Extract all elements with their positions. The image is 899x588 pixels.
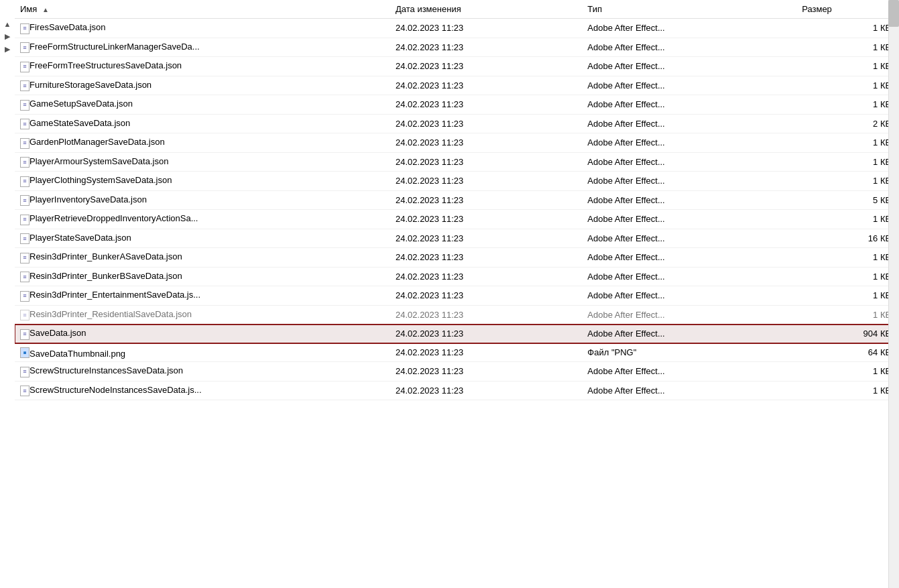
table-row[interactable]: ≡PlayerArmourSystemSaveData.json24.02.20… [15, 152, 899, 172]
json-file-icon: ≡ [20, 119, 29, 129]
file-name-cell: ≡PlayerInventorySaveData.json [15, 190, 390, 210]
json-file-icon: ≡ [20, 291, 29, 302]
file-size-cell: 1 КБ [796, 381, 899, 400]
file-name-cell: ≡PlayerRetrieveDroppedInventoryActionSa.… [15, 210, 390, 229]
file-date-cell: 24.02.2023 11:23 [390, 381, 582, 400]
file-name-text: PlayerStateSaveData.json [29, 233, 131, 243]
file-name-cell: ≡Resin3dPrinter_EntertainmentSaveData.js… [15, 286, 390, 306]
file-date-cell: 24.02.2023 11:23 [390, 229, 582, 248]
sort-arrow-name: ▲ [42, 6, 49, 13]
column-header-size[interactable]: Размер [796, 0, 899, 19]
scroll-right-arrow-1[interactable]: ▶ [5, 32, 10, 41]
table-container: Имя ▲ Дата изменения Тип Размер ≡FiresSa… [15, 0, 899, 588]
file-name-cell: ≡Resin3dPrinter_ResidentialSaveData.json [15, 305, 390, 325]
table-row[interactable]: ≡PlayerClothingSystemSaveData.json24.02.… [15, 172, 899, 191]
table-row[interactable]: ≡FreeFormStructureLinkerManagerSaveDa...… [15, 38, 899, 57]
file-table: Имя ▲ Дата изменения Тип Размер ≡FiresSa… [15, 0, 899, 400]
column-header-date[interactable]: Дата изменения [390, 0, 582, 19]
table-row[interactable]: ≡GameSetupSaveData.json24.02.2023 11:23A… [15, 95, 899, 115]
file-name-text: PlayerInventorySaveData.json [29, 194, 147, 204]
table-row[interactable]: ≡FreeFormTreeStructuresSaveData.json24.0… [15, 57, 899, 76]
json-file-icon: ≡ [20, 367, 29, 377]
file-name-text: FiresSaveData.json [29, 22, 105, 32]
table-row[interactable]: ≡Resin3dPrinter_ResidentialSaveData.json… [15, 305, 899, 325]
json-file-icon: ≡ [20, 253, 29, 263]
file-type-cell: Adobe After Effect... [582, 133, 796, 153]
file-size-cell: 1 КБ [796, 38, 899, 57]
file-name-text: PlayerClothingSystemSaveData.json [29, 175, 172, 185]
json-file-icon: ≡ [20, 329, 29, 340]
file-name-text: GameSetupSaveData.json [29, 99, 133, 109]
vertical-scrollbar[interactable] [888, 0, 899, 588]
file-name-cell: ≡PlayerClothingSystemSaveData.json [15, 172, 390, 191]
file-name-cell: ≡GameSetupSaveData.json [15, 95, 390, 115]
scroll-right-arrow-2[interactable]: ▶ [5, 45, 10, 54]
file-name-text: ScrewStructureNodeInstancesSaveData.js..… [29, 385, 202, 395]
file-name-text: PlayerRetrieveDroppedInventoryActionSa..… [29, 213, 198, 223]
json-file-icon: ≡ [20, 100, 29, 111]
json-file-icon: ≡ [20, 62, 29, 72]
file-name-cell: ≡FreeFormTreeStructuresSaveData.json [15, 57, 390, 76]
file-type-cell: Adobe After Effect... [582, 152, 796, 172]
file-date-cell: 24.02.2023 11:23 [390, 38, 582, 57]
file-type-cell: Adobe After Effect... [582, 57, 796, 76]
table-row[interactable]: ≡FurnitureStorageSaveData.json24.02.2023… [15, 76, 899, 95]
file-size-cell: 1 КБ [796, 57, 899, 76]
file-type-cell: Adobe After Effect... [582, 305, 796, 325]
file-size-cell: 16 КБ [796, 229, 899, 248]
file-type-cell: Adobe After Effect... [582, 114, 796, 133]
json-file-icon: ≡ [20, 176, 29, 187]
file-name-cell: ≡Resin3dPrinter_BunkerBSaveData.json [15, 267, 390, 286]
table-row[interactable]: ▪SaveDataThumbnail.png24.02.2023 11:23Фа… [15, 343, 899, 362]
file-name-text: FurnitureStorageSaveData.json [29, 80, 152, 90]
file-date-cell: 24.02.2023 11:23 [390, 362, 582, 381]
json-file-icon: ≡ [20, 272, 29, 282]
file-size-cell: 1 КБ [796, 305, 899, 325]
table-row[interactable]: ≡GardenPlotManagerSaveData.json24.02.202… [15, 133, 899, 153]
file-size-cell: 1 КБ [796, 210, 899, 229]
table-row[interactable]: ≡PlayerStateSaveData.json24.02.2023 11:2… [15, 229, 899, 248]
table-row[interactable]: ≡ScrewStructureNodeInstancesSaveData.js.… [15, 381, 899, 400]
file-type-cell: Adobe After Effect... [582, 210, 796, 229]
file-name-text: GameStateSaveData.json [29, 118, 130, 128]
column-header-type[interactable]: Тип [582, 0, 796, 19]
table-row[interactable]: ≡FiresSaveData.json24.02.2023 11:23Adobe… [15, 19, 899, 38]
table-row[interactable]: ≡ScrewStructureInstancesSaveData.json24.… [15, 362, 899, 381]
file-explorer: ▲ ▶ ▶ Имя ▲ Дата изменения Тип [0, 0, 899, 588]
file-type-cell: Adobe After Effect... [582, 19, 796, 38]
file-type-cell: Adobe After Effect... [582, 362, 796, 381]
file-size-cell: 1 КБ [796, 248, 899, 268]
file-date-cell: 24.02.2023 11:23 [390, 305, 582, 325]
json-file-icon: ≡ [20, 195, 29, 206]
json-file-icon: ≡ [20, 157, 29, 168]
table-row[interactable]: ≡Resin3dPrinter_EntertainmentSaveData.js… [15, 286, 899, 306]
file-name-cell: ≡ScrewStructureNodeInstancesSaveData.js.… [15, 381, 390, 400]
file-size-cell: 904 КБ [796, 325, 899, 344]
table-row[interactable]: ≡PlayerRetrieveDroppedInventoryActionSa.… [15, 210, 899, 229]
file-date-cell: 24.02.2023 11:23 [390, 190, 582, 210]
file-name-text: Resin3dPrinter_BunkerBSaveData.json [29, 271, 182, 281]
json-file-icon: ≡ [20, 310, 29, 320]
scroll-up-arrow[interactable]: ▲ [4, 20, 11, 28]
table-row[interactable]: ≡GameStateSaveData.json24.02.2023 11:23A… [15, 114, 899, 133]
file-size-cell: 1 КБ [796, 152, 899, 172]
table-header-row: Имя ▲ Дата изменения Тип Размер [15, 0, 899, 19]
json-file-icon: ≡ [20, 80, 29, 91]
left-scroll-area: ▲ ▶ ▶ [0, 0, 15, 588]
file-size-cell: 2 КБ [796, 114, 899, 133]
file-name-text: SaveDataThumbnail.png [29, 348, 125, 358]
file-date-cell: 24.02.2023 11:23 [390, 248, 582, 268]
table-row[interactable]: ≡SaveData.json24.02.2023 11:23Adobe Afte… [15, 325, 899, 344]
column-header-name[interactable]: Имя ▲ [15, 0, 390, 19]
file-type-cell: Adobe After Effect... [582, 286, 796, 306]
table-row[interactable]: ≡Resin3dPrinter_BunkerBSaveData.json24.0… [15, 267, 899, 286]
file-date-cell: 24.02.2023 11:23 [390, 95, 582, 115]
json-file-icon: ≡ [20, 23, 29, 34]
file-date-cell: 24.02.2023 11:23 [390, 114, 582, 133]
table-row[interactable]: ≡Resin3dPrinter_BunkerASaveData.json24.0… [15, 248, 899, 268]
file-date-cell: 24.02.2023 11:23 [390, 172, 582, 191]
table-row[interactable]: ≡PlayerInventorySaveData.json24.02.2023 … [15, 190, 899, 210]
scrollbar-thumb[interactable] [888, 0, 899, 27]
file-name-cell: ≡PlayerStateSaveData.json [15, 229, 390, 248]
json-file-icon: ≡ [20, 233, 29, 244]
